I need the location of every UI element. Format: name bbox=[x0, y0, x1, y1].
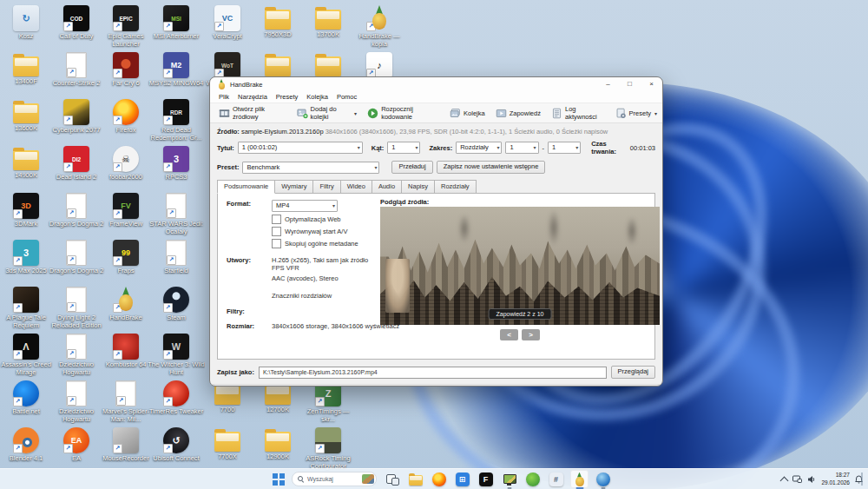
desktop-icon-a-plague-tale-requiem[interactable]: ↗A Plague Tale Requiem bbox=[0, 287, 55, 330]
menu-plik[interactable]: Plik bbox=[214, 93, 233, 101]
maximize-button[interactable]: □ bbox=[619, 77, 641, 91]
toolbar-log-aktywności-button[interactable]: Log aktywności bbox=[546, 103, 610, 122]
start-button[interactable] bbox=[271, 472, 286, 486]
desktop-icon-timerres-tweaker[interactable]: ↗TimerRes Tweaker bbox=[148, 380, 205, 416]
menu-presety[interactable]: Presety bbox=[272, 93, 302, 101]
firefox-button[interactable] bbox=[430, 470, 448, 488]
desktop-icon-starfield[interactable]: ↗Starfield bbox=[148, 240, 205, 275]
save-new-preset-button[interactable]: Zapisz nowe ustawienie wstępne bbox=[437, 161, 546, 174]
desktop-icon-13600k[interactable]: 13600K bbox=[0, 99, 55, 133]
tab-rozdziały[interactable]: Rozdziały bbox=[435, 180, 477, 194]
desktop-icon-fraps[interactable]: 99↗Fraps bbox=[97, 240, 155, 275]
shortcut-arrow-icon: ↗ bbox=[113, 444, 122, 453]
desktop-icon-firefox[interactable]: ↗Firefox bbox=[97, 99, 155, 135]
tab-podsumowanie[interactable]: Podsumowanie bbox=[217, 180, 275, 194]
tab-wideo[interactable]: Wideo bbox=[341, 180, 372, 194]
task-view-button[interactable] bbox=[383, 470, 401, 488]
desktop-icon-red-dead-redemption-gr[interactable]: RDR↗Red Dead Redemption: Gr... bbox=[148, 99, 205, 142]
desktop-icon-steam[interactable]: ↗Steam bbox=[148, 287, 205, 322]
desktop-icon-blender-4-1[interactable]: ↗Blender 4.1 bbox=[0, 427, 55, 463]
tab-napisy[interactable]: Napisy bbox=[402, 180, 435, 194]
checkbox-box[interactable] bbox=[272, 239, 281, 248]
menu-narzędzia[interactable]: Narzędzia bbox=[233, 93, 272, 101]
format-select[interactable]: MP4 bbox=[272, 200, 338, 212]
desktop-icon-msys2-mingw64[interactable]: M2↗MSYS2 MINGW64 bbox=[148, 52, 205, 88]
toolbar-kolejka-button[interactable]: Kolejka bbox=[444, 106, 490, 121]
toolbar-otwórz-plik-źródłowy-button[interactable]: Otwórz plik źródłowy bbox=[214, 103, 292, 122]
desktop-icon-rpcs3[interactable]: 3↗RPCS3 bbox=[148, 146, 205, 182]
desktop-icon-foobar2000[interactable]: ☠↗foobar2000 bbox=[97, 146, 155, 182]
angle-select[interactable]: 1 bbox=[387, 142, 420, 154]
clock[interactable]: 18:27 29.01.2026 bbox=[821, 472, 850, 486]
summary-panel: Format: MP4 Optymalizacja WebWyrównywaj … bbox=[217, 193, 655, 360]
shortcut-arrow-icon: ↗ bbox=[163, 397, 173, 406]
window-titlebar[interactable]: HandBrake – □ × bbox=[210, 77, 662, 91]
desktop-icon-3ds-max-2025[interactable]: 3↗3ds Max 2025 bbox=[0, 240, 55, 275]
desktop-icon-msi-afterburner[interactable]: MSI↗MSI Afterburner bbox=[148, 5, 205, 41]
green-utility-button[interactable] bbox=[523, 470, 542, 488]
desktop-icon-veracrypt[interactable]: VC↗VeraCrypt bbox=[199, 5, 256, 41]
desktop-icon-kosz[interactable]: ↻Kosz bbox=[0, 5, 55, 41]
show-desktop-button[interactable] bbox=[861, 472, 863, 486]
desktop-icon-the-witcher-3-wild-hunt[interactable]: W↗The Witcher 3: Wild Hunt bbox=[148, 334, 205, 377]
preview-next-button[interactable]: > bbox=[522, 329, 540, 340]
tab-filtry[interactable]: Filtry bbox=[313, 180, 340, 194]
monitor-app-button[interactable] bbox=[500, 470, 518, 488]
store-button[interactable]: ⊞ bbox=[453, 470, 471, 488]
menu-pomoc[interactable]: Pomoc bbox=[332, 93, 361, 101]
tray-overflow-chevron-icon[interactable] bbox=[780, 476, 789, 485]
range-type-select[interactable]: Rozdziały bbox=[456, 142, 502, 154]
desktop-icon-3dmark[interactable]: 3D↗3DMark bbox=[0, 193, 55, 228]
desktop-icon-mouserecorder[interactable]: ↗MouseRecorder bbox=[97, 427, 155, 463]
desktop-icon-7700x[interactable]: 7700X bbox=[199, 427, 256, 461]
desktop-icon-star-wars-jedi-ocalały[interactable]: ↗STAR WARS Jedi: Ocalały bbox=[148, 193, 205, 236]
desktop-icon-assassin-s-creed-mirage[interactable]: Λ↗Assassin's Creed Mirage bbox=[0, 334, 55, 377]
desktop-icon-kombustor-64[interactable]: ↗Kombustor 64 bbox=[97, 334, 155, 369]
reload-preset-button[interactable]: Przeładuj bbox=[391, 161, 432, 174]
globe-app-button[interactable] bbox=[594, 470, 612, 488]
tab-wymiary[interactable]: Wymiary bbox=[275, 180, 313, 194]
desktop-icon-14900k[interactable]: 14900K bbox=[0, 146, 55, 180]
file-explorer-button[interactable] bbox=[406, 470, 424, 488]
desktop-icon-epic-games-launcher[interactable]: EPIC↗Epic Games Launcher bbox=[97, 5, 155, 49]
search-placeholder: Wyszukaj bbox=[307, 476, 358, 482]
desktop-icon-marvel-s-spider-man-mil[interactable]: ↗Marvel's Spider-Man: Mil... bbox=[97, 380, 155, 424]
desktop-icon-13400f[interactable]: 13400F bbox=[0, 52, 55, 86]
fancontrol-button[interactable]: F bbox=[477, 470, 495, 488]
display-tray-icon[interactable] bbox=[792, 475, 802, 484]
desktop-icon-handbrake-kopia[interactable]: ↗HandBrake — kopia bbox=[351, 5, 408, 49]
track-video: H.265 (x265), Taki sam jak źródło FPS VF… bbox=[272, 256, 380, 272]
desktop-icon-13700k[interactable]: 13700K bbox=[299, 5, 357, 39]
toolbar-presety-button[interactable]: Presety▾ bbox=[610, 106, 662, 121]
minimize-button[interactable]: – bbox=[597, 77, 619, 91]
source-label: Źródło: bbox=[217, 128, 240, 135]
toolbar-zapowiedź-button[interactable]: Zapowiedź bbox=[490, 106, 546, 121]
tab-audio[interactable]: Audio bbox=[372, 180, 402, 194]
range-from-select[interactable]: 1 bbox=[505, 142, 538, 154]
browse-button[interactable]: Przeglądaj bbox=[611, 366, 655, 379]
desktop-icon-ubisoft-connect[interactable]: ↺↗Ubisoft Connect bbox=[148, 427, 205, 463]
toolbar-dodaj-do-kolejki-button[interactable]: Dodaj do kolejki▾ bbox=[292, 103, 363, 122]
desktop-icon-12900k[interactable]: 12900K bbox=[249, 427, 306, 461]
preset-select[interactable]: Benchmark bbox=[242, 162, 379, 174]
save-path-input[interactable]: K:\Testy\Sample-Elysium.2013.2160P.mp4 bbox=[259, 367, 607, 379]
speaker-icon[interactable] bbox=[807, 475, 816, 484]
search-input[interactable]: Wyszukaj bbox=[292, 472, 377, 486]
close-button[interactable]: × bbox=[641, 77, 662, 91]
desktop-icon-far-cry-6[interactable]: ↗Far Cry 6 bbox=[97, 52, 155, 88]
desktop-icon-asrock-timing-configurator[interactable]: ↗ASRock Timing Configurator bbox=[299, 427, 357, 471]
desktop-icon-7950x3d[interactable]: 7950X3D bbox=[249, 5, 306, 39]
desktop-icon-handbrake[interactable]: ↗HandBrake bbox=[97, 287, 155, 322]
checkbox-box[interactable] bbox=[272, 227, 281, 236]
preview-prev-button[interactable]: < bbox=[500, 329, 518, 340]
title-select[interactable]: 1 (00:01:02) bbox=[238, 142, 363, 154]
range-to-select[interactable]: 1 bbox=[548, 142, 581, 154]
menu-kolejka[interactable]: Kolejka bbox=[302, 93, 332, 101]
toolbar-rozpocznij-kodowanie-button[interactable]: Rozpocznij kodowanie bbox=[362, 103, 444, 122]
checkbox-box[interactable] bbox=[272, 215, 281, 224]
desktop-icon-zentimings-skr[interactable]: Z↗ZenTimings — skr... bbox=[299, 380, 357, 424]
desktop-icon-frameview[interactable]: FV↗FrameView bbox=[97, 193, 155, 228]
handbrake-button[interactable] bbox=[570, 470, 589, 488]
desktop-icon-battle-net[interactable]: ↗Battle.net bbox=[0, 380, 55, 416]
calculator-button[interactable]: # bbox=[547, 470, 565, 488]
